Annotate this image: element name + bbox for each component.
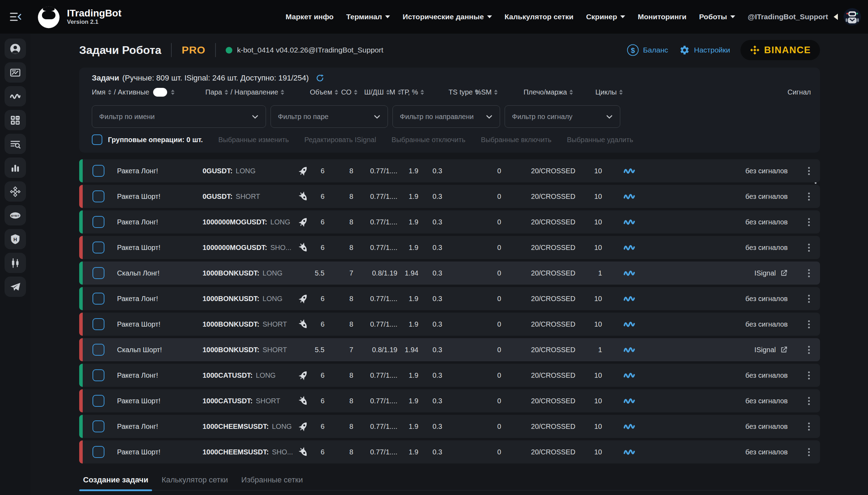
row-checkbox[interactable] <box>93 190 104 202</box>
activity-wave-icon[interactable] <box>623 422 636 431</box>
co-value: 8 <box>327 371 357 379</box>
activity-wave-icon[interactable] <box>623 192 636 201</box>
sm-value: 0 <box>483 269 507 277</box>
nav-item-4[interactable]: Калькулятор сетки <box>505 13 574 21</box>
row-menu-button[interactable] <box>798 247 820 249</box>
row-checkbox[interactable] <box>93 344 104 356</box>
row-menu-button[interactable] <box>798 451 820 453</box>
nav-item-5[interactable]: Скринер <box>586 13 625 21</box>
sidebar-item-screener[interactable] <box>5 134 26 154</box>
activity-wave-icon[interactable] <box>623 294 636 303</box>
account-collapse-icon[interactable] <box>834 14 838 20</box>
row-menu-button[interactable] <box>798 272 820 274</box>
activity-wave-icon[interactable] <box>623 218 636 226</box>
activity-wave-icon[interactable] <box>623 448 636 456</box>
nav-item-label: Терминал <box>346 13 382 21</box>
activity-wave-icon[interactable] <box>623 346 636 354</box>
row-checkbox[interactable] <box>93 165 104 177</box>
row-menu-button[interactable] <box>798 196 820 197</box>
sidebar-item-calculator[interactable] <box>5 110 26 130</box>
activity-wave-icon[interactable] <box>623 167 636 175</box>
column-header-sm[interactable]: %SM <box>475 86 498 98</box>
row-menu-button[interactable] <box>798 298 820 300</box>
binance-exchange-badge[interactable]: BINANCE <box>740 40 820 60</box>
column-header-leverage[interactable]: Плечо/маржа <box>524 86 573 98</box>
column-header-grid[interactable]: Ш/ДШ <box>364 86 390 98</box>
table-row: Скальп Шорт!1000BONKUSDT:SHORT5.570.8/1.… <box>79 338 820 361</box>
bot-name: k-bot_0414 v04.02.26@ITradingBot_Support <box>237 46 383 54</box>
column-header-name-active[interactable]: Имя / Активные <box>92 86 175 98</box>
group-action-4[interactable]: Выбранные включить <box>481 136 552 144</box>
column-header-m[interactable]: М <box>389 86 401 98</box>
activity-wave-icon[interactable] <box>623 397 636 405</box>
row-checkbox[interactable] <box>93 369 104 381</box>
activity-wave-icon[interactable] <box>623 243 636 252</box>
refresh-button[interactable] <box>315 74 324 83</box>
nav-item-6[interactable]: Мониторинги <box>638 13 686 21</box>
bot-avatar[interactable] <box>843 8 861 26</box>
row-checkbox[interactable] <box>93 293 104 305</box>
filter-dropdown-3[interactable]: Фильтр по направлени <box>392 105 500 128</box>
direction-color-bar <box>79 210 83 233</box>
activity-wave-icon[interactable] <box>623 371 636 379</box>
activity-wave-icon[interactable] <box>623 320 636 328</box>
row-menu-button[interactable] <box>798 323 820 325</box>
volume-value: 6 <box>310 167 327 175</box>
nav-item-7[interactable]: Роботы <box>699 13 735 21</box>
sidebar-item-bar-chart[interactable] <box>5 158 26 178</box>
isignal-link[interactable]: ISignal <box>754 346 788 354</box>
row-checkbox[interactable] <box>93 216 104 228</box>
column-header-pair-direction[interactable]: Пара / Направление <box>205 86 284 98</box>
tab-3[interactable]: Избранные сетки <box>238 473 307 490</box>
support-handle[interactable]: @ITradingBot_Support <box>748 13 828 21</box>
row-checkbox[interactable] <box>93 395 104 407</box>
row-checkbox[interactable] <box>93 267 104 279</box>
cycles-value: 10 <box>582 295 609 303</box>
sidebar-item-htx-shield[interactable]: H <box>5 229 26 249</box>
sidebar-item-binance[interactable] <box>5 181 26 202</box>
tab-1[interactable]: Создание задачи <box>79 473 152 490</box>
settings-link[interactable]: Настройки <box>679 44 730 56</box>
row-menu-button[interactable] <box>798 221 820 223</box>
main-content: Задачи Робота PRO k-bot_0414 v04.02.26@I… <box>30 34 868 495</box>
group-action-3[interactable]: Выбранные отключить <box>391 136 465 144</box>
column-header-tp[interactable]: ТР, % <box>400 86 424 98</box>
column-header-volume[interactable]: Объем <box>310 86 338 98</box>
sidebar-item-bybit[interactable]: BYB!T <box>5 205 26 225</box>
nav-item-1[interactable]: Маркет инфо <box>286 13 334 21</box>
column-header-ts-type[interactable]: TS type <box>449 86 479 98</box>
sidebar-item-market-info[interactable] <box>5 62 26 83</box>
row-checkbox[interactable] <box>93 446 104 458</box>
row-menu-button[interactable] <box>798 375 820 376</box>
nav-item-2[interactable]: Терминал <box>346 13 390 21</box>
filter-dropdown-4[interactable]: Фильтр по сигналу <box>505 105 620 128</box>
row-checkbox[interactable] <box>93 420 104 432</box>
group-action-1[interactable]: Выбранные изменить <box>218 136 289 144</box>
nav-item-label: Скринер <box>586 13 617 21</box>
sm-value: 0 <box>483 371 507 379</box>
tab-2[interactable]: Калькулятор сетки <box>158 473 232 490</box>
row-menu-button[interactable] <box>798 349 820 351</box>
row-menu-button[interactable] <box>798 400 820 402</box>
active-filter-toggle[interactable] <box>153 88 167 97</box>
nav-item-3[interactable]: Исторические данные <box>403 13 492 21</box>
group-action-5[interactable]: Выбранные удалить <box>567 136 633 144</box>
group-action-2[interactable]: Редактировать ISignal <box>304 136 376 144</box>
sidebar-item-candles[interactable] <box>5 253 26 273</box>
sidebar-item-profile[interactable] <box>5 39 26 59</box>
row-checkbox[interactable] <box>93 318 104 330</box>
activity-wave-icon[interactable] <box>623 269 636 277</box>
group-select-checkbox[interactable] <box>92 134 102 145</box>
sidebar-item-activity[interactable] <box>5 86 26 106</box>
row-menu-button[interactable] <box>798 426 820 427</box>
column-header-co[interactable]: СО <box>341 86 357 98</box>
filter-dropdown-1[interactable]: Фильтр по имени <box>92 105 266 128</box>
sidebar-collapse-button[interactable] <box>8 9 24 25</box>
sidebar-item-telegram[interactable] <box>5 277 26 297</box>
row-checkbox[interactable] <box>93 242 104 253</box>
isignal-link[interactable]: ISignal <box>754 269 788 277</box>
row-menu-button[interactable] <box>798 170 820 172</box>
filter-dropdown-2[interactable]: Фильтр по паре <box>271 105 388 128</box>
column-header-cycles[interactable]: Циклы <box>595 86 623 98</box>
balance-link[interactable]: $ Баланс <box>627 44 668 56</box>
